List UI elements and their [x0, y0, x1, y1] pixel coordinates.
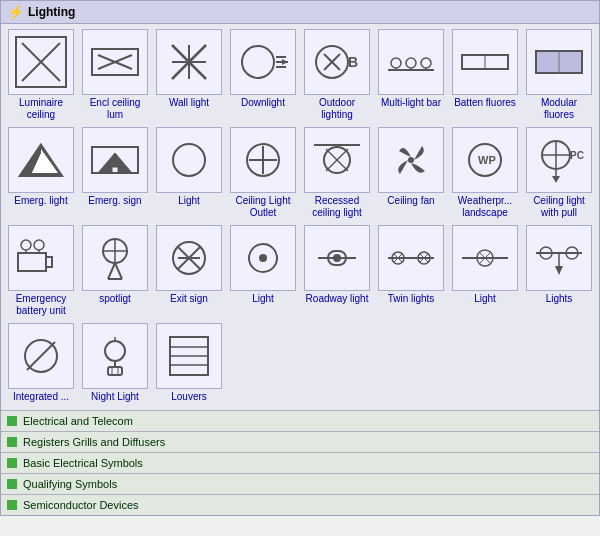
icon-spotlight — [82, 225, 148, 291]
item-lights[interactable]: Lights — [523, 224, 595, 320]
item-batten-fluores[interactable]: Batten fluores — [449, 28, 521, 124]
svg-marker-52 — [552, 176, 560, 183]
svg-line-62 — [108, 263, 115, 279]
item-wall-light[interactable]: Wall light — [153, 28, 225, 124]
label-light3: Light — [473, 291, 497, 307]
item-emerg-sign[interactable]: Emerg. sign — [79, 126, 151, 222]
label-emerg-sign: Emerg. sign — [87, 193, 142, 209]
icon-grid: Luminaire ceiling Encl ceiling lum — [1, 24, 599, 410]
svg-line-63 — [115, 263, 122, 279]
icon-downlight — [230, 29, 296, 95]
label-twin-lights: Twin lights — [387, 291, 436, 307]
svg-rect-54 — [46, 257, 52, 267]
lightning-icon: ⚡ — [7, 4, 24, 20]
label-ceiling-light-pull: Ceiling light with pull — [524, 193, 594, 221]
icon-outdoor-lighting: B — [304, 29, 370, 95]
section-label-registers: Registers Grills and Diffusers — [23, 436, 165, 448]
label-encl-ceiling-lum: Encl ceiling lum — [80, 95, 150, 123]
item-encl-ceiling-lum[interactable]: Encl ceiling lum — [79, 28, 151, 124]
svg-point-20 — [391, 58, 401, 68]
item-ceiling-light-outlet[interactable]: Ceiling Light Outlet — [227, 126, 299, 222]
lighting-panel: ⚡ Lighting Luminaire ceiling — [0, 0, 600, 516]
item-louvers[interactable]: Louvers — [153, 322, 225, 406]
item-recessed-ceiling-light[interactable]: Recessed ceiling light — [301, 126, 373, 222]
item-modular-fluores[interactable]: Modular fluores — [523, 28, 595, 124]
svg-marker-89 — [555, 266, 563, 275]
panel-title: Lighting — [28, 5, 75, 19]
item-emergency-battery-unit[interactable]: Emergency battery unit — [5, 224, 77, 320]
icon-recessed-ceiling-light — [304, 127, 370, 193]
label-roadway-light: Roadway light — [305, 291, 370, 307]
section-semiconductor-devices[interactable]: Semiconductor Devices — [1, 494, 599, 515]
item-luminaire-ceiling[interactable]: Luminaire ceiling — [5, 28, 77, 124]
icon-weatherproof-landscape: WP — [452, 127, 518, 193]
label-modular-fluores: Modular fluores — [524, 95, 594, 123]
item-integrated[interactable]: Integrated ... — [5, 322, 77, 406]
icon-emerg-sign — [82, 127, 148, 193]
label-lights: Lights — [545, 291, 574, 307]
section-label-electrical: Electrical and Telecom — [23, 415, 133, 427]
item-night-light[interactable]: Night Light — [79, 322, 151, 406]
icon-light3 — [452, 225, 518, 291]
label-wall-light: Wall light — [168, 95, 210, 111]
item-light[interactable]: Light — [153, 126, 225, 222]
item-twin-lights[interactable]: Twin lights — [375, 224, 447, 320]
svg-point-10 — [242, 46, 274, 78]
icon-emerg-light — [8, 127, 74, 193]
label-recessed-ceiling-light: Recessed ceiling light — [302, 193, 372, 221]
label-luminaire-ceiling: Luminaire ceiling — [6, 95, 76, 123]
svg-text:PC: PC — [570, 150, 584, 161]
item-multi-light-bar[interactable]: Multi-light bar — [375, 28, 447, 124]
item-emerg-light[interactable]: Emerg. light — [5, 126, 77, 222]
icon-integrated — [8, 323, 74, 389]
icon-ceiling-fan — [378, 127, 444, 193]
label-light: Light — [177, 193, 201, 209]
svg-text:WP: WP — [478, 154, 496, 166]
label-emerg-light: Emerg. light — [13, 193, 68, 209]
icon-modular-fluores — [526, 29, 592, 95]
icon-ceiling-light-pull: PC — [526, 127, 592, 193]
item-weatherproof-landscape[interactable]: WP Weatherpr... landscape — [449, 126, 521, 222]
label-ceiling-light-outlet: Ceiling Light Outlet — [228, 193, 298, 221]
item-spotlight[interactable]: spotligt — [79, 224, 151, 320]
svg-rect-94 — [108, 367, 122, 375]
icon-luminaire-ceiling — [8, 29, 74, 95]
section-indicator-semiconductor — [7, 500, 17, 510]
item-exit-sign[interactable]: Exit sign — [153, 224, 225, 320]
svg-point-92 — [105, 341, 125, 361]
svg-point-24 — [421, 58, 431, 68]
label-integrated: Integrated ... — [12, 389, 70, 405]
section-indicator-qualifying — [7, 479, 17, 489]
item-ceiling-fan[interactable]: Ceiling fan — [375, 126, 447, 222]
icon-wall-light — [156, 29, 222, 95]
item-ceiling-light-pull[interactable]: PC Ceiling light with pull — [523, 126, 595, 222]
section-label-semiconductor: Semiconductor Devices — [23, 499, 139, 511]
icon-emergency-battery-unit — [8, 225, 74, 291]
item-downlight[interactable]: Downlight — [227, 28, 299, 124]
item-outdoor-lighting[interactable]: B Outdoor lighting — [301, 28, 373, 124]
item-light2[interactable]: Light — [227, 224, 299, 320]
icon-light — [156, 127, 222, 193]
section-indicator-basic — [7, 458, 17, 468]
section-registers-grills[interactable]: Registers Grills and Diffusers — [1, 431, 599, 452]
icon-batten-fluores — [452, 29, 518, 95]
item-roadway-light[interactable]: Roadway light — [301, 224, 373, 320]
label-light2: Light — [251, 291, 275, 307]
svg-rect-53 — [18, 253, 46, 271]
icon-roadway-light — [304, 225, 370, 291]
item-light3[interactable]: Light — [449, 224, 521, 320]
icon-ceiling-light-outlet — [230, 127, 296, 193]
section-indicator-electrical — [7, 416, 17, 426]
label-weatherproof-landscape: Weatherpr... landscape — [450, 193, 520, 221]
label-emergency-battery-unit: Emergency battery unit — [6, 291, 76, 319]
svg-point-70 — [259, 254, 267, 262]
svg-point-22 — [406, 58, 416, 68]
label-multi-light-bar: Multi-light bar — [380, 95, 442, 111]
section-basic-electrical[interactable]: Basic Electrical Symbols — [1, 452, 599, 473]
svg-point-56 — [34, 240, 44, 250]
section-electrical-telecom[interactable]: Electrical and Telecom — [1, 410, 599, 431]
label-exit-sign: Exit sign — [169, 291, 209, 307]
section-qualifying-symbols[interactable]: Qualifying Symbols — [1, 473, 599, 494]
svg-point-36 — [173, 144, 205, 176]
icon-twin-lights — [378, 225, 444, 291]
